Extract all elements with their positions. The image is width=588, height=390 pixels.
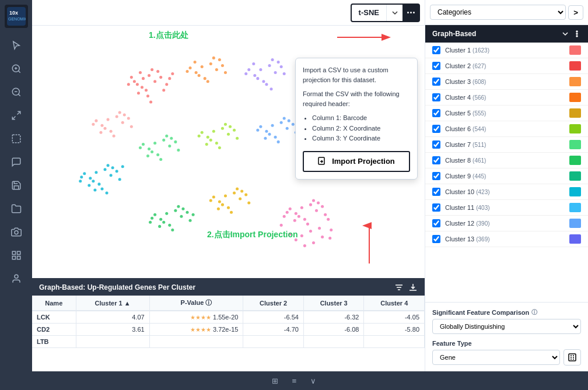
cluster-checkbox[interactable] bbox=[432, 219, 440, 227]
gene-name: LTB bbox=[32, 336, 76, 348]
svg-point-43 bbox=[204, 77, 206, 80]
cluster-item[interactable]: Cluster 2 (627) bbox=[425, 58, 588, 74]
grid-tool[interactable] bbox=[6, 245, 27, 266]
dot1 bbox=[407, 12, 409, 13]
svg-point-64 bbox=[265, 83, 268, 86]
gene-name: LCK bbox=[32, 311, 76, 324]
nav-grid-button[interactable]: ⊞ bbox=[267, 374, 283, 388]
svg-point-100 bbox=[153, 142, 156, 145]
col-cluster1[interactable]: Cluster 1 ▲ bbox=[76, 296, 149, 311]
zoom-out-tool[interactable] bbox=[6, 82, 27, 103]
viz-canvas: Import a CSV to use a custom projection … bbox=[32, 26, 425, 278]
expand-button[interactable]: > bbox=[568, 5, 583, 20]
cluster-name: Cluster 8 (461) bbox=[445, 157, 565, 164]
cluster-item[interactable]: Cluster 8 (461) bbox=[425, 153, 588, 168]
svg-point-92 bbox=[80, 175, 83, 178]
bottom-panel: Graph-Based: Up-Regulated Genes Per Clus… bbox=[32, 278, 425, 371]
cluster-name: Cluster 1 (1623) bbox=[445, 47, 565, 54]
svg-point-144 bbox=[295, 212, 298, 215]
nav-down-button[interactable]: ∨ bbox=[306, 374, 321, 388]
comment-tool[interactable] bbox=[6, 152, 27, 173]
cluster-item[interactable]: Cluster 9 (445) bbox=[425, 168, 588, 184]
cluster-checkbox[interactable] bbox=[432, 140, 440, 149]
svg-point-139 bbox=[277, 140, 280, 143]
svg-point-135 bbox=[268, 133, 271, 136]
cluster-checkbox[interactable] bbox=[432, 203, 440, 212]
tsne-dropdown-button[interactable] bbox=[386, 5, 402, 21]
cluster-count: (461) bbox=[473, 157, 486, 164]
cluster-item[interactable]: Cluster 11 (403) bbox=[425, 200, 588, 216]
filter-icon[interactable] bbox=[394, 283, 404, 292]
save-tool[interactable] bbox=[6, 175, 27, 196]
table-row[interactable]: LCK 4.07 ★★★★ 1.55e-20 -6.54 -6.32 -4.05 bbox=[32, 311, 425, 324]
cluster-checkbox[interactable] bbox=[432, 78, 440, 86]
cluster-checkbox[interactable] bbox=[432, 188, 440, 196]
svg-point-160 bbox=[300, 234, 303, 237]
cluster-checkbox[interactable] bbox=[432, 156, 440, 164]
categories-dropdown[interactable]: Categories bbox=[430, 5, 566, 20]
svg-point-170 bbox=[174, 209, 177, 212]
svg-point-61 bbox=[271, 58, 274, 61]
zoom-in-tool[interactable] bbox=[6, 58, 27, 79]
cluster-item[interactable]: Cluster 7 (511) bbox=[425, 137, 588, 153]
profile-tool[interactable] bbox=[6, 268, 27, 289]
sig-select[interactable]: Globally Distinguishing bbox=[432, 319, 581, 334]
svg-point-91 bbox=[118, 178, 121, 181]
svg-point-180 bbox=[171, 229, 174, 231]
svg-point-21 bbox=[136, 83, 139, 86]
tsne-menu-button[interactable] bbox=[402, 5, 419, 21]
section-dropdown-icon[interactable] bbox=[561, 30, 569, 38]
cluster-color bbox=[569, 124, 581, 133]
svg-point-132 bbox=[274, 136, 277, 139]
svg-point-72 bbox=[110, 130, 113, 133]
svg-rect-12 bbox=[12, 135, 20, 143]
cluster-item[interactable]: Cluster 3 (608) bbox=[425, 74, 588, 90]
viz-header: t-SNE bbox=[32, 0, 425, 26]
svg-point-13 bbox=[15, 231, 18, 234]
nav-list-button[interactable]: ≡ bbox=[288, 374, 302, 388]
svg-point-114 bbox=[212, 130, 215, 133]
svg-point-65 bbox=[277, 61, 280, 64]
center-area: t-SNE bbox=[32, 0, 425, 371]
fullscreen-tool[interactable] bbox=[6, 105, 27, 126]
folder-tool[interactable] bbox=[6, 198, 27, 219]
section-title: Graph-Based bbox=[432, 30, 476, 38]
info-icon: ⓘ bbox=[531, 308, 537, 317]
svg-point-46 bbox=[198, 74, 201, 77]
feature-type-select[interactable]: Gene bbox=[432, 350, 560, 365]
cluster-checkbox[interactable] bbox=[432, 93, 440, 101]
col-pvalue[interactable]: P-Value ⓘ bbox=[149, 296, 243, 311]
download-icon[interactable] bbox=[408, 283, 418, 292]
svg-point-110 bbox=[139, 146, 142, 149]
cluster1-val: 4.07 bbox=[76, 311, 149, 324]
cluster-item[interactable]: Cluster 5 (555) bbox=[425, 106, 588, 121]
svg-point-111 bbox=[159, 158, 162, 161]
table-row[interactable]: LTB bbox=[32, 336, 425, 348]
cluster-checkbox[interactable] bbox=[432, 172, 440, 180]
select-rect-tool[interactable] bbox=[6, 128, 27, 149]
cluster-checkbox[interactable] bbox=[432, 62, 440, 70]
cursor-tool[interactable] bbox=[6, 35, 27, 56]
cluster-item[interactable]: Cluster 12 (390) bbox=[425, 216, 588, 231]
import-projection-button[interactable]: Import Projection bbox=[303, 151, 410, 172]
cluster-item[interactable]: Cluster 4 (566) bbox=[425, 90, 588, 106]
svg-point-97 bbox=[79, 180, 82, 182]
cluster-checkbox[interactable] bbox=[432, 125, 440, 133]
section-menu-icon[interactable] bbox=[573, 30, 581, 38]
sig-feature-label: Significant Feature Comparison ⓘ bbox=[432, 308, 581, 317]
camera-tool[interactable] bbox=[6, 222, 27, 243]
cluster-item[interactable]: Cluster 10 (423) bbox=[425, 184, 588, 200]
feature-calc-button[interactable] bbox=[564, 349, 581, 366]
cluster-checkbox[interactable] bbox=[432, 46, 440, 54]
svg-line-4 bbox=[18, 71, 20, 72]
cluster-item[interactable]: Cluster 13 (369) bbox=[425, 231, 588, 247]
table-row[interactable]: CD2 3.61 ★★★★ 3.72e-15 -4.70 -6.08 -5.80 bbox=[32, 324, 425, 336]
svg-point-113 bbox=[146, 154, 149, 157]
cluster-checkbox[interactable] bbox=[432, 109, 440, 117]
svg-point-192 bbox=[221, 203, 224, 206]
cluster-item[interactable]: Cluster 1 (1623) bbox=[425, 43, 588, 58]
svg-point-28 bbox=[165, 83, 168, 86]
cluster-checkbox[interactable] bbox=[432, 235, 440, 243]
cluster-color bbox=[569, 93, 581, 102]
cluster-item[interactable]: Cluster 6 (544) bbox=[425, 121, 588, 137]
